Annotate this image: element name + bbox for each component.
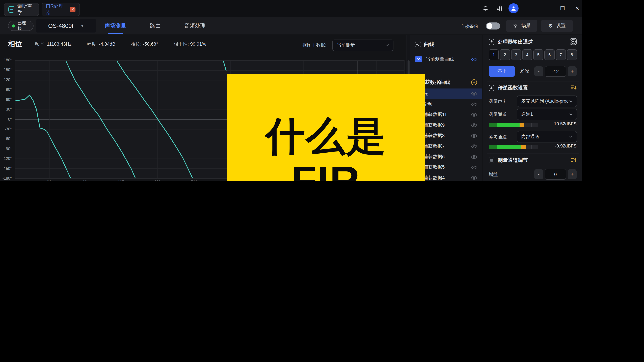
noise-level-plus-button[interactable]: + xyxy=(568,66,576,76)
curve-label: eq xyxy=(423,91,468,96)
transfer-section-icon xyxy=(489,85,494,91)
screen: 谛听声学 FIR处理器 ✕ – ❐ ✕ 已连接 xyxy=(0,0,644,181)
gain-plus-button[interactable]: + xyxy=(568,169,576,179)
video-caption-overlay: 什么是 FIR 处理器 xyxy=(227,74,425,181)
eye-hidden-icon[interactable] xyxy=(471,113,477,117)
y-tick-label: 120° xyxy=(0,78,12,82)
connection-label: 已连接 xyxy=(18,20,30,31)
ref-channel-select[interactable]: 内部通道 xyxy=(517,131,577,142)
channel-button-3[interactable]: 3 xyxy=(511,49,521,60)
user-avatar[interactable] xyxy=(508,3,518,13)
eye-visible-icon[interactable] xyxy=(471,57,477,61)
chart-stat: 相位: -58.68° xyxy=(131,41,158,47)
channel-button-4[interactable]: 4 xyxy=(522,49,532,60)
view-data-select[interactable]: 当前测量 xyxy=(332,39,394,51)
control-panel: 处理器输出通道 12345678 停止 粉噪 - -12 + 传递函数设置 测量… xyxy=(483,35,582,181)
chevron-down-icon xyxy=(569,113,572,115)
tab-fir-processor[interactable]: FIR处理器 ✕ xyxy=(42,3,80,16)
channel-button-6[interactable]: 6 xyxy=(544,49,555,60)
eye-hidden-icon[interactable] xyxy=(471,134,477,138)
phase-title: 相位 xyxy=(8,39,22,49)
chevron-down-icon: ▼ xyxy=(81,24,84,28)
eye-hidden-icon[interactable] xyxy=(471,155,477,159)
device-select[interactable]: OS-4800F▼ xyxy=(36,19,96,32)
eye-hidden-icon[interactable] xyxy=(471,123,477,128)
gain-value[interactable]: 0 xyxy=(545,169,566,180)
tab-label: 谛听声学 xyxy=(18,3,34,16)
scene-label: 场景 xyxy=(521,23,531,29)
gain-label: 增益 xyxy=(489,172,498,178)
phase-y-axis: 180°150°120°90°60°30°0°-30°-60°-90°-120°… xyxy=(0,60,13,179)
tab-close-icon[interactable]: ✕ xyxy=(70,6,76,12)
toolbar: 已连接 OS-4800F▼ 声场测量 路由 音频处理 自动备份 场景 ⚙ 设置 xyxy=(0,17,582,35)
app-logo-icon xyxy=(8,6,14,13)
adjust-title: 测量通道调节 xyxy=(498,157,528,164)
notification-bell-icon[interactable] xyxy=(480,3,490,13)
phase-stats: 频率: 11183.43Hz幅度: -4.34dB相位: -58.68°相干性:… xyxy=(35,41,206,47)
meas-channel-select[interactable]: 通道1 xyxy=(517,109,577,120)
auto-backup-toggle[interactable] xyxy=(486,22,500,29)
x-tick-label: 125 xyxy=(112,180,129,181)
divider xyxy=(487,81,579,81)
channel-button-1[interactable]: 1 xyxy=(489,49,499,60)
output-channels: 12345678 xyxy=(489,49,577,60)
curve-label: 捕获数据9 xyxy=(423,122,468,128)
add-curve-icon[interactable] xyxy=(471,79,477,85)
sort-up-icon[interactable] xyxy=(570,157,577,163)
x-tick-label: 63 xyxy=(76,180,93,181)
channel-button-8[interactable]: 8 xyxy=(567,49,577,60)
curve-label: 捕获数据5 xyxy=(423,164,468,170)
y-tick-label: -90° xyxy=(0,147,12,151)
channel-button-5[interactable]: 5 xyxy=(533,49,544,60)
curve-label: 捕获数据11 xyxy=(423,112,468,118)
nav-sound-field[interactable]: 声场测量 xyxy=(105,17,126,35)
channel-button-7[interactable]: 7 xyxy=(556,49,566,60)
settings-button[interactable]: ⚙ 设置 xyxy=(541,20,573,32)
ref-channel-label: 参考通道 xyxy=(489,134,507,140)
title-bar: 谛听声学 FIR处理器 ✕ – ❐ ✕ xyxy=(0,0,582,17)
sort-down-icon[interactable] xyxy=(570,85,577,90)
eye-hidden-icon[interactable] xyxy=(471,165,477,170)
noise-level-value[interactable]: -12 xyxy=(545,66,566,77)
y-tick-label: -150° xyxy=(0,166,12,170)
close-button[interactable]: ✕ xyxy=(572,3,582,13)
y-tick-label: 180° xyxy=(0,58,12,62)
mixer-sliders-icon[interactable] xyxy=(494,3,504,13)
tab-label: FIR处理器 xyxy=(46,3,67,16)
channel-list-icon[interactable] xyxy=(569,37,577,45)
nav-routing[interactable]: 路由 xyxy=(150,17,161,35)
app-window: 谛听声学 FIR处理器 ✕ – ❐ ✕ 已连接 xyxy=(0,0,582,181)
scene-button[interactable]: 场景 xyxy=(506,20,537,32)
gain-minus-button[interactable]: - xyxy=(534,169,543,179)
current-curve-label: 当前测量曲线 xyxy=(426,56,468,62)
ref-level-value: -9.92dBFS xyxy=(555,143,576,148)
y-tick-label: 60° xyxy=(0,97,12,101)
minimize-button[interactable]: – xyxy=(543,3,553,13)
x-tick-label: 32 xyxy=(41,180,58,181)
chevron-down-icon xyxy=(386,44,389,46)
soundcard-select[interactable]: 麦克风阵列 (Audio-proc xyxy=(517,95,577,107)
current-curve-row[interactable]: 当前测量曲线 xyxy=(415,54,477,65)
soundcard-label: 测量声卡 xyxy=(489,98,507,105)
channel-button-2[interactable]: 2 xyxy=(500,49,510,60)
nav-audio-processing[interactable]: 音频处理 xyxy=(184,17,206,35)
noise-level-minus-button[interactable]: - xyxy=(534,66,543,76)
meas-level-value: -10.52dBFS xyxy=(552,121,576,126)
output-section-icon xyxy=(489,39,494,45)
eye-hidden-icon[interactable] xyxy=(471,91,477,96)
chevron-down-icon xyxy=(569,136,572,138)
y-tick-label: -180° xyxy=(0,176,12,180)
eye-hidden-icon[interactable] xyxy=(471,176,477,180)
tab-diting-acoustics[interactable]: 谛听声学 xyxy=(4,3,39,16)
eye-hidden-icon[interactable] xyxy=(471,102,477,106)
y-tick-label: -120° xyxy=(0,157,12,161)
current-curve-icon xyxy=(415,56,422,62)
x-tick-label: 250 xyxy=(149,180,166,181)
y-tick-label: -60° xyxy=(0,137,12,141)
eye-hidden-icon[interactable] xyxy=(471,144,477,148)
y-tick-label: 30° xyxy=(0,107,12,111)
maximize-button[interactable]: ❐ xyxy=(558,3,568,13)
device-name: OS-4800F xyxy=(48,22,75,29)
stop-button[interactable]: 停止 xyxy=(489,66,515,77)
curve-label: 捕获数据4 xyxy=(423,175,468,181)
